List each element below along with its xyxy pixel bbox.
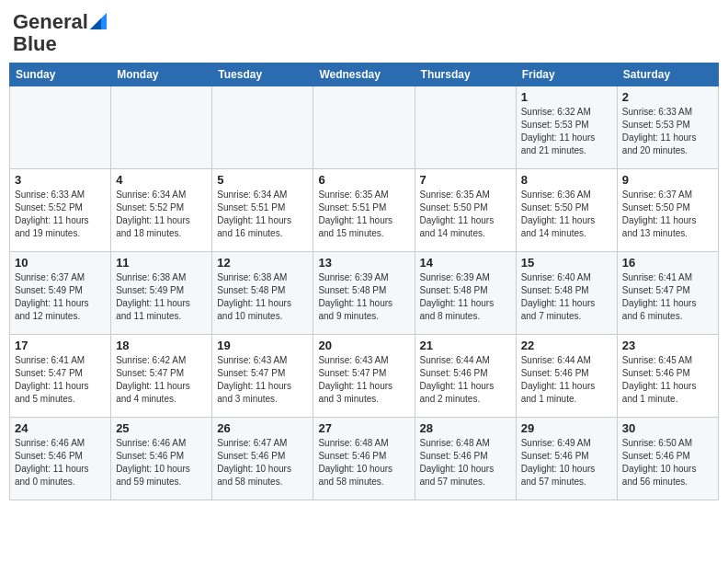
day-number: 2	[622, 90, 713, 104]
calendar-cell	[313, 86, 415, 169]
calendar-cell: 27Sunrise: 6:48 AM Sunset: 5:46 PM Dayli…	[313, 418, 415, 500]
day-number: 28	[420, 421, 511, 435]
calendar-cell: 16Sunrise: 6:41 AM Sunset: 5:47 PM Dayli…	[617, 252, 718, 335]
day-info: Sunrise: 6:44 AM Sunset: 5:46 PM Dayligh…	[420, 354, 511, 406]
day-info: Sunrise: 6:33 AM Sunset: 5:53 PM Dayligh…	[622, 106, 713, 157]
calendar-cell: 25Sunrise: 6:46 AM Sunset: 5:46 PM Dayli…	[111, 418, 212, 500]
weekday-header-wednesday: Wednesday	[313, 63, 415, 86]
day-info: Sunrise: 6:43 AM Sunset: 5:47 PM Dayligh…	[318, 354, 409, 406]
day-number: 24	[15, 421, 106, 435]
calendar-cell: 1Sunrise: 6:32 AM Sunset: 5:53 PM Daylig…	[516, 86, 617, 169]
calendar-cell: 13Sunrise: 6:39 AM Sunset: 5:48 PM Dayli…	[313, 252, 415, 335]
day-info: Sunrise: 6:48 AM Sunset: 5:46 PM Dayligh…	[318, 437, 409, 488]
day-number: 13	[318, 256, 409, 270]
day-number: 4	[116, 173, 207, 187]
day-info: Sunrise: 6:47 AM Sunset: 5:46 PM Dayligh…	[217, 437, 308, 488]
day-number: 1	[521, 90, 612, 104]
day-info: Sunrise: 6:48 AM Sunset: 5:46 PM Dayligh…	[420, 437, 511, 488]
calendar-cell: 23Sunrise: 6:45 AM Sunset: 5:46 PM Dayli…	[617, 335, 718, 418]
day-info: Sunrise: 6:46 AM Sunset: 5:46 PM Dayligh…	[116, 437, 207, 488]
calendar-week-1: 1Sunrise: 6:32 AM Sunset: 5:53 PM Daylig…	[10, 86, 719, 169]
day-number: 26	[217, 421, 308, 435]
calendar-cell: 8Sunrise: 6:36 AM Sunset: 5:50 PM Daylig…	[516, 169, 617, 252]
day-number: 19	[217, 339, 308, 352]
logo: General Blue	[13, 9, 107, 55]
day-info: Sunrise: 6:41 AM Sunset: 5:47 PM Dayligh…	[15, 354, 106, 406]
day-info: Sunrise: 6:39 AM Sunset: 5:48 PM Dayligh…	[318, 271, 409, 323]
day-number: 21	[420, 339, 511, 352]
logo-arrow-icon	[90, 9, 107, 29]
day-info: Sunrise: 6:40 AM Sunset: 5:48 PM Dayligh…	[521, 271, 612, 323]
calendar-cell: 3Sunrise: 6:33 AM Sunset: 5:52 PM Daylig…	[10, 169, 111, 252]
day-number: 10	[15, 256, 106, 270]
day-info: Sunrise: 6:38 AM Sunset: 5:49 PM Dayligh…	[116, 271, 207, 323]
calendar-cell	[10, 86, 111, 169]
calendar-week-4: 17Sunrise: 6:41 AM Sunset: 5:47 PM Dayli…	[10, 335, 719, 418]
svg-marker-1	[90, 18, 101, 29]
weekday-header-saturday: Saturday	[617, 63, 718, 86]
calendar-cell: 17Sunrise: 6:41 AM Sunset: 5:47 PM Dayli…	[10, 335, 111, 418]
day-number: 8	[521, 173, 612, 187]
day-number: 6	[318, 173, 409, 187]
day-info: Sunrise: 6:39 AM Sunset: 5:48 PM Dayligh…	[420, 271, 511, 323]
calendar-cell: 9Sunrise: 6:37 AM Sunset: 5:50 PM Daylig…	[617, 169, 718, 252]
calendar-header: SundayMondayTuesdayWednesdayThursdayFrid…	[10, 63, 719, 86]
day-info: Sunrise: 6:34 AM Sunset: 5:52 PM Dayligh…	[116, 189, 207, 240]
calendar-cell: 10Sunrise: 6:37 AM Sunset: 5:49 PM Dayli…	[10, 252, 111, 335]
day-number: 12	[217, 256, 308, 270]
calendar-cell: 12Sunrise: 6:38 AM Sunset: 5:48 PM Dayli…	[212, 252, 313, 335]
day-info: Sunrise: 6:46 AM Sunset: 5:46 PM Dayligh…	[15, 437, 106, 488]
calendar-body: 1Sunrise: 6:32 AM Sunset: 5:53 PM Daylig…	[10, 86, 719, 500]
day-info: Sunrise: 6:33 AM Sunset: 5:52 PM Dayligh…	[15, 189, 106, 240]
calendar-cell	[415, 86, 516, 169]
calendar-cell: 6Sunrise: 6:35 AM Sunset: 5:51 PM Daylig…	[313, 169, 415, 252]
calendar-cell: 20Sunrise: 6:43 AM Sunset: 5:47 PM Dayli…	[313, 335, 415, 418]
day-number: 16	[622, 256, 713, 270]
calendar-cell: 19Sunrise: 6:43 AM Sunset: 5:47 PM Dayli…	[212, 335, 313, 418]
weekday-header-row: SundayMondayTuesdayWednesdayThursdayFrid…	[10, 63, 719, 86]
calendar-cell: 2Sunrise: 6:33 AM Sunset: 5:53 PM Daylig…	[617, 86, 718, 169]
calendar-week-3: 10Sunrise: 6:37 AM Sunset: 5:49 PM Dayli…	[10, 252, 719, 335]
calendar-cell: 11Sunrise: 6:38 AM Sunset: 5:49 PM Dayli…	[111, 252, 212, 335]
day-info: Sunrise: 6:50 AM Sunset: 5:46 PM Dayligh…	[622, 437, 713, 488]
day-info: Sunrise: 6:43 AM Sunset: 5:47 PM Dayligh…	[217, 354, 308, 406]
logo-general: General	[13, 11, 88, 33]
calendar-week-2: 3Sunrise: 6:33 AM Sunset: 5:52 PM Daylig…	[10, 169, 719, 252]
day-info: Sunrise: 6:41 AM Sunset: 5:47 PM Dayligh…	[622, 271, 713, 323]
day-info: Sunrise: 6:37 AM Sunset: 5:49 PM Dayligh…	[15, 271, 106, 323]
day-number: 5	[217, 173, 308, 187]
day-number: 30	[622, 421, 713, 435]
day-number: 3	[15, 173, 106, 187]
weekday-header-thursday: Thursday	[415, 63, 516, 86]
day-info: Sunrise: 6:42 AM Sunset: 5:47 PM Dayligh…	[116, 354, 207, 406]
day-number: 20	[318, 339, 409, 352]
day-number: 18	[116, 339, 207, 352]
calendar-week-5: 24Sunrise: 6:46 AM Sunset: 5:46 PM Dayli…	[10, 418, 719, 500]
calendar-cell: 15Sunrise: 6:40 AM Sunset: 5:48 PM Dayli…	[516, 252, 617, 335]
day-info: Sunrise: 6:44 AM Sunset: 5:46 PM Dayligh…	[521, 354, 612, 406]
day-info: Sunrise: 6:37 AM Sunset: 5:50 PM Dayligh…	[622, 189, 713, 240]
calendar-cell: 29Sunrise: 6:49 AM Sunset: 5:46 PM Dayli…	[516, 418, 617, 500]
page-header: General Blue	[9, 9, 719, 55]
calendar-cell: 21Sunrise: 6:44 AM Sunset: 5:46 PM Dayli…	[415, 335, 516, 418]
logo-blue: Blue	[13, 33, 57, 55]
weekday-header-monday: Monday	[111, 63, 212, 86]
calendar-cell: 4Sunrise: 6:34 AM Sunset: 5:52 PM Daylig…	[111, 169, 212, 252]
day-info: Sunrise: 6:38 AM Sunset: 5:48 PM Dayligh…	[217, 271, 308, 323]
day-number: 9	[622, 173, 713, 187]
day-info: Sunrise: 6:35 AM Sunset: 5:50 PM Dayligh…	[420, 189, 511, 240]
day-number: 7	[420, 173, 511, 187]
weekday-header-friday: Friday	[516, 63, 617, 86]
calendar-cell	[212, 86, 313, 169]
calendar-cell: 22Sunrise: 6:44 AM Sunset: 5:46 PM Dayli…	[516, 335, 617, 418]
day-number: 27	[318, 421, 409, 435]
calendar-cell	[111, 86, 212, 169]
day-number: 22	[521, 339, 612, 352]
day-info: Sunrise: 6:36 AM Sunset: 5:50 PM Dayligh…	[521, 189, 612, 240]
day-number: 15	[521, 256, 612, 270]
day-info: Sunrise: 6:34 AM Sunset: 5:51 PM Dayligh…	[217, 189, 308, 240]
day-number: 23	[622, 339, 713, 352]
day-number: 25	[116, 421, 207, 435]
day-number: 11	[116, 256, 207, 270]
calendar-cell: 14Sunrise: 6:39 AM Sunset: 5:48 PM Dayli…	[415, 252, 516, 335]
